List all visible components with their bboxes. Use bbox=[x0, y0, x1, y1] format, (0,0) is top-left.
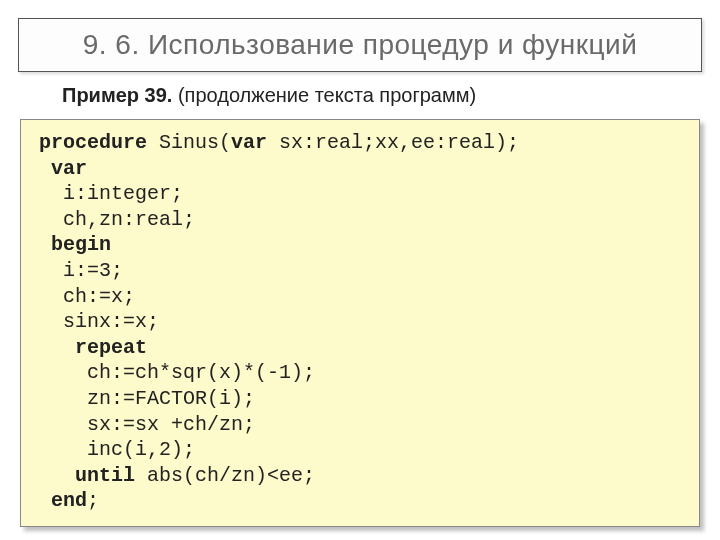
example-subtitle: Пример 39. (продолжение текста программ) bbox=[62, 84, 696, 107]
code-text: ch:=ch*sqr(x)*(-1); bbox=[39, 361, 315, 384]
code-text: inc(i,2); bbox=[39, 438, 195, 461]
slide-container: 9. 6. Использование процедур и функций П… bbox=[0, 0, 720, 540]
subtitle-bold: Пример 39. bbox=[62, 84, 172, 106]
page-title: 9. 6. Использование процедур и функций bbox=[35, 29, 685, 61]
kw-begin: begin bbox=[39, 233, 111, 256]
kw-procedure: procedure bbox=[39, 131, 147, 154]
kw-repeat: repeat bbox=[39, 336, 147, 359]
kw-var: var bbox=[39, 157, 87, 180]
code-text: ch:=x; bbox=[39, 285, 135, 308]
code-text: i:integer; bbox=[39, 182, 183, 205]
code-block: procedure Sinus(var sx:real;xx,ee:real);… bbox=[20, 119, 700, 527]
code-text: zn:=FACTOR(i); bbox=[39, 387, 255, 410]
code-text: ch,zn:real; bbox=[39, 208, 195, 231]
kw-var-param: var bbox=[231, 131, 267, 154]
code-text: abs(ch/zn)<ee; bbox=[135, 464, 315, 487]
code-text: Sinus( bbox=[147, 131, 231, 154]
code-text: sx:=sx +ch/zn; bbox=[39, 413, 255, 436]
code-text: ; bbox=[87, 489, 99, 512]
code-text: sx:real;xx,ee:real); bbox=[267, 131, 519, 154]
title-box: 9. 6. Использование процедур и функций bbox=[18, 18, 702, 72]
subtitle-rest: (продолжение текста программ) bbox=[172, 84, 476, 106]
code-text: i:=3; bbox=[39, 259, 123, 282]
kw-end: end bbox=[39, 489, 87, 512]
kw-until: until bbox=[39, 464, 135, 487]
code-text: sinx:=x; bbox=[39, 310, 159, 333]
